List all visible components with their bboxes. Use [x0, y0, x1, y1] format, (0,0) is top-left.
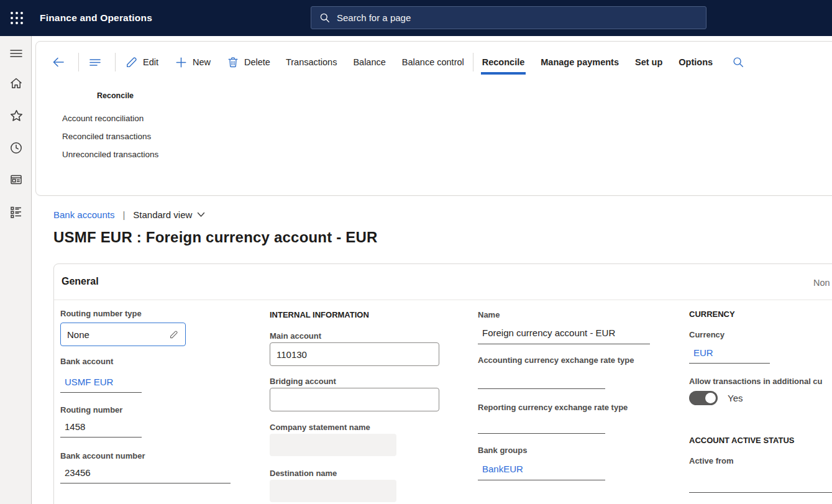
workspaces-icon[interactable]: [7, 171, 25, 188]
routing-number-label: Routing number: [60, 405, 122, 415]
routing-number-type-input[interactable]: [60, 323, 186, 346]
destination-name-label: Destination name: [270, 469, 337, 478]
chevron-down-icon: [197, 212, 205, 218]
reporting-rate-type-label: Reporting currency exchange rate type: [478, 403, 628, 412]
main-account-label: Main account: [270, 331, 321, 341]
company-statement-name-label: Company statement name: [270, 423, 370, 432]
reconcile-flyout: Reconcile Account reconciliation Reconci…: [62, 91, 158, 167]
bank-account-value-link[interactable]: USMF EUR: [60, 370, 142, 393]
balance-control-button[interactable]: Balance control: [402, 57, 464, 67]
page-title: USMF EUR : Foreign currency account - EU…: [53, 229, 378, 246]
currency-header: CURRENCY: [689, 309, 735, 319]
toolbar-search-button[interactable]: [731, 55, 749, 69]
tab-set-up[interactable]: Set up: [635, 53, 662, 71]
edit-button[interactable]: Edit: [124, 55, 158, 70]
routing-number-type-label: Routing number type: [60, 309, 142, 318]
company-statement-name-disabled-field: [270, 434, 396, 456]
bank-groups-value-link[interactable]: BankEUR: [478, 460, 605, 480]
toolbar-separator: [78, 53, 79, 71]
search-icon: [319, 12, 331, 24]
app-title[interactable]: Finance and Operations: [40, 12, 152, 24]
active-from-label: Active from: [689, 456, 734, 465]
name-value[interactable]: Foreign currency account - EUR: [478, 324, 650, 344]
name-label: Name: [478, 310, 500, 319]
routing-number-value[interactable]: 1458: [60, 418, 142, 438]
breadcrumb-separator: |: [122, 209, 125, 220]
favorites-star-icon[interactable]: [7, 107, 25, 124]
menu-item-account-reconciliation[interactable]: Account reconciliation: [62, 112, 158, 125]
balance-button[interactable]: Balance: [353, 57, 385, 67]
bridging-account-label: Bridging account: [270, 377, 336, 386]
modules-list-icon[interactable]: [7, 203, 25, 221]
allow-transactions-label: Allow transactions in additional cu: [689, 377, 832, 386]
bridging-account-input[interactable]: [270, 388, 439, 411]
menu-item-reconciled-transactions[interactable]: Reconciled transactions: [62, 131, 158, 143]
general-section: General Non Routing number type Bank acc…: [53, 263, 832, 504]
reporting-rate-type-value[interactable]: [478, 416, 605, 434]
tab-manage-payments[interactable]: Manage payments: [541, 53, 619, 71]
accounting-rate-type-value[interactable]: [478, 370, 605, 389]
flyout-group-header: Reconcile: [97, 91, 158, 100]
trash-icon: [226, 55, 240, 69]
account-active-status-header: ACCOUNT ACTIVE STATUS: [689, 436, 794, 445]
waffle-menu-icon[interactable]: [9, 10, 25, 26]
pencil-icon: [124, 55, 139, 70]
nav-sidebar: [0, 36, 32, 504]
toggle-state-label: Yes: [728, 393, 743, 403]
back-button[interactable]: [51, 55, 70, 70]
general-corner-text: Non: [813, 278, 830, 288]
view-selector[interactable]: Standard view: [133, 209, 205, 220]
general-section-header[interactable]: General: [62, 276, 99, 287]
main-account-input[interactable]: [270, 342, 439, 366]
bank-account-label: Bank account: [60, 357, 113, 366]
active-from-value[interactable]: [689, 473, 832, 493]
transactions-button[interactable]: Transactions: [286, 57, 337, 67]
topbar: Finance and Operations: [0, 0, 832, 36]
new-button[interactable]: New: [174, 55, 211, 70]
toolbar-separator: [115, 53, 116, 71]
action-toolbar: Edit New Delete Transactions Balance Bal: [51, 50, 832, 75]
breadcrumb: Bank accounts | Standard view: [53, 209, 205, 220]
home-icon[interactable]: [7, 75, 25, 92]
pane-menu-button[interactable]: [88, 55, 107, 70]
breadcrumb-bank-accounts-link[interactable]: Bank accounts: [53, 209, 114, 220]
allow-transactions-toggle[interactable]: [689, 391, 718, 405]
lines-menu-icon: [88, 55, 103, 70]
divider: [54, 300, 832, 300]
page-search[interactable]: [311, 6, 706, 29]
accounting-rate-type-label: Accounting currency exchange rate type: [478, 355, 634, 365]
recent-clock-icon[interactable]: [7, 139, 25, 157]
toolbar-separator: [473, 53, 473, 71]
screen: Finance and Operations: [0, 0, 832, 504]
allow-transactions-toggle-row: Yes: [689, 391, 743, 405]
internal-information-header: INTERNAL INFORMATION: [270, 310, 369, 319]
currency-value-link[interactable]: EUR: [689, 344, 770, 364]
destination-name-disabled-field: [270, 480, 396, 502]
tab-reconcile[interactable]: Reconcile: [482, 53, 525, 71]
search-icon: [731, 55, 745, 69]
hamburger-menu-icon[interactable]: [7, 45, 25, 62]
delete-button[interactable]: Delete: [226, 55, 270, 69]
bank-account-number-label: Bank account number: [60, 451, 145, 460]
plus-icon: [174, 55, 188, 70]
action-pane: Edit New Delete Transactions Balance Bal: [35, 41, 832, 196]
tab-options[interactable]: Options: [679, 53, 713, 71]
menu-item-unreconciled-transactions[interactable]: Unreconciled transactions: [62, 149, 158, 161]
currency-label: Currency: [689, 330, 725, 339]
toggle-knob: [705, 393, 716, 403]
search-input[interactable]: [337, 12, 698, 23]
bank-account-number-value[interactable]: 23456: [60, 464, 231, 483]
bank-groups-label: Bank groups: [478, 446, 527, 455]
back-arrow-icon: [51, 55, 66, 70]
